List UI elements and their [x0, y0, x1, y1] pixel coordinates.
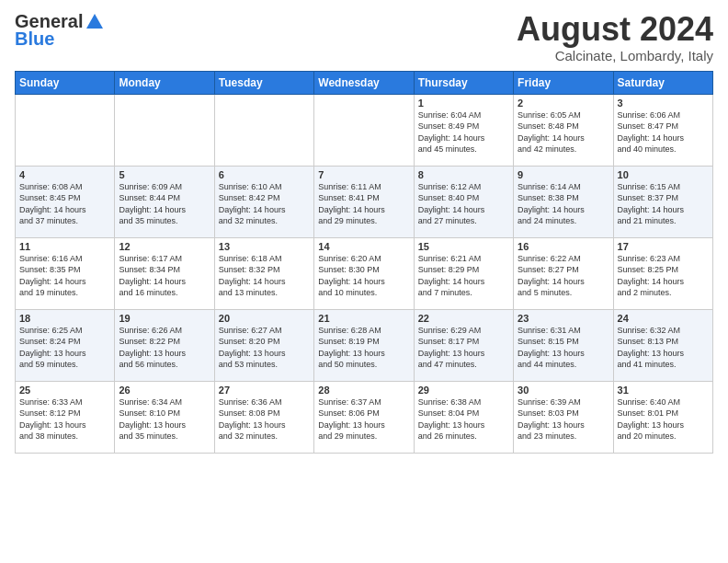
day-info: Sunrise: 6:17 AM Sunset: 8:34 PM Dayligh…	[119, 253, 210, 299]
day-number: 18	[19, 313, 110, 324]
day-info: Sunrise: 6:14 AM Sunset: 8:38 PM Dayligh…	[518, 181, 609, 227]
header-friday: Friday	[514, 71, 613, 94]
day-number: 15	[418, 241, 509, 252]
day-number: 31	[618, 385, 709, 396]
header-sunday: Sunday	[16, 71, 115, 94]
day-number: 3	[618, 98, 709, 109]
calendar-cell: 24Sunrise: 6:32 AM Sunset: 8:13 PM Dayli…	[613, 309, 712, 381]
day-number: 9	[518, 169, 609, 180]
calendar-cell: 1Sunrise: 6:04 AM Sunset: 8:49 PM Daylig…	[414, 94, 513, 166]
header-tuesday: Tuesday	[214, 71, 313, 94]
day-info: Sunrise: 6:15 AM Sunset: 8:37 PM Dayligh…	[618, 181, 709, 227]
calendar-cell: 26Sunrise: 6:34 AM Sunset: 8:10 PM Dayli…	[115, 381, 214, 453]
day-number: 6	[219, 169, 310, 180]
day-number: 14	[318, 241, 409, 252]
day-info: Sunrise: 6:39 AM Sunset: 8:03 PM Dayligh…	[518, 396, 609, 442]
day-info: Sunrise: 6:18 AM Sunset: 8:32 PM Dayligh…	[219, 253, 310, 299]
calendar-cell: 31Sunrise: 6:40 AM Sunset: 8:01 PM Dayli…	[613, 381, 712, 453]
day-number: 21	[318, 313, 409, 324]
calendar-cell: 11Sunrise: 6:16 AM Sunset: 8:35 PM Dayli…	[16, 237, 115, 309]
day-info: Sunrise: 6:36 AM Sunset: 8:08 PM Dayligh…	[219, 396, 310, 442]
calendar-cell: 9Sunrise: 6:14 AM Sunset: 8:38 PM Daylig…	[514, 166, 613, 237]
day-number: 5	[119, 169, 210, 180]
day-number: 26	[119, 385, 210, 396]
day-info: Sunrise: 6:37 AM Sunset: 8:06 PM Dayligh…	[318, 396, 409, 442]
logo-icon	[85, 12, 105, 32]
calendar-cell: 21Sunrise: 6:28 AM Sunset: 8:19 PM Dayli…	[314, 309, 414, 381]
day-number: 28	[318, 385, 409, 396]
day-number: 23	[518, 313, 609, 324]
day-number: 2	[518, 98, 609, 109]
day-number: 7	[318, 169, 409, 180]
header-thursday: Thursday	[414, 71, 513, 94]
day-number: 1	[418, 98, 509, 109]
day-info: Sunrise: 6:34 AM Sunset: 8:10 PM Dayligh…	[119, 396, 210, 442]
page: General Blue August 2024 Calcinate, Lomb…	[0, 0, 728, 563]
calendar-cell: 25Sunrise: 6:33 AM Sunset: 8:12 PM Dayli…	[16, 381, 115, 453]
calendar-cell: 20Sunrise: 6:27 AM Sunset: 8:20 PM Dayli…	[214, 309, 313, 381]
calendar-week-4: 18Sunrise: 6:25 AM Sunset: 8:24 PM Dayli…	[16, 309, 713, 381]
calendar-cell: 17Sunrise: 6:23 AM Sunset: 8:25 PM Dayli…	[613, 237, 712, 309]
calendar-cell: 29Sunrise: 6:38 AM Sunset: 8:04 PM Dayli…	[414, 381, 513, 453]
calendar-cell: 27Sunrise: 6:36 AM Sunset: 8:08 PM Dayli…	[214, 381, 313, 453]
day-number: 25	[19, 385, 110, 396]
month-year-title: August 2024	[517, 11, 713, 48]
day-info: Sunrise: 6:10 AM Sunset: 8:42 PM Dayligh…	[219, 181, 310, 227]
calendar-cell: 14Sunrise: 6:20 AM Sunset: 8:30 PM Dayli…	[314, 237, 414, 309]
day-info: Sunrise: 6:05 AM Sunset: 8:48 PM Dayligh…	[518, 109, 609, 155]
day-info: Sunrise: 6:11 AM Sunset: 8:41 PM Dayligh…	[318, 181, 409, 227]
day-info: Sunrise: 6:16 AM Sunset: 8:35 PM Dayligh…	[19, 253, 110, 299]
day-number: 20	[219, 313, 310, 324]
day-number: 22	[418, 313, 509, 324]
day-info: Sunrise: 6:38 AM Sunset: 8:04 PM Dayligh…	[418, 396, 509, 442]
day-info: Sunrise: 6:40 AM Sunset: 8:01 PM Dayligh…	[618, 396, 709, 442]
location-subtitle: Calcinate, Lombardy, Italy	[517, 48, 713, 63]
logo: General Blue	[15, 11, 105, 50]
calendar-cell: 12Sunrise: 6:17 AM Sunset: 8:34 PM Dayli…	[115, 237, 214, 309]
calendar-cell: 19Sunrise: 6:26 AM Sunset: 8:22 PM Dayli…	[115, 309, 214, 381]
day-number: 10	[618, 169, 709, 180]
calendar-cell: 10Sunrise: 6:15 AM Sunset: 8:37 PM Dayli…	[613, 166, 712, 237]
day-info: Sunrise: 6:21 AM Sunset: 8:29 PM Dayligh…	[418, 253, 509, 299]
title-section: August 2024 Calcinate, Lombardy, Italy	[517, 11, 713, 63]
header-saturday: Saturday	[613, 71, 712, 94]
day-number: 30	[518, 385, 609, 396]
logo-blue: Blue	[15, 29, 54, 50]
header-wednesday: Wednesday	[314, 71, 414, 94]
calendar-cell: 2Sunrise: 6:05 AM Sunset: 8:48 PM Daylig…	[514, 94, 613, 166]
calendar-cell: 18Sunrise: 6:25 AM Sunset: 8:24 PM Dayli…	[16, 309, 115, 381]
calendar-cell: 3Sunrise: 6:06 AM Sunset: 8:47 PM Daylig…	[613, 94, 712, 166]
calendar-table: Sunday Monday Tuesday Wednesday Thursday…	[15, 71, 713, 454]
calendar-cell: 7Sunrise: 6:11 AM Sunset: 8:41 PM Daylig…	[314, 166, 414, 237]
calendar-cell: 5Sunrise: 6:09 AM Sunset: 8:44 PM Daylig…	[115, 166, 214, 237]
day-number: 16	[518, 241, 609, 252]
calendar-cell	[16, 94, 115, 166]
day-number: 8	[418, 169, 509, 180]
day-info: Sunrise: 6:09 AM Sunset: 8:44 PM Dayligh…	[119, 181, 210, 227]
day-number: 24	[618, 313, 709, 324]
day-info: Sunrise: 6:33 AM Sunset: 8:12 PM Dayligh…	[19, 396, 110, 442]
calendar-cell: 28Sunrise: 6:37 AM Sunset: 8:06 PM Dayli…	[314, 381, 414, 453]
day-number: 27	[219, 385, 310, 396]
calendar-cell	[115, 94, 214, 166]
day-info: Sunrise: 6:08 AM Sunset: 8:45 PM Dayligh…	[19, 181, 110, 227]
day-number: 4	[19, 169, 110, 180]
day-info: Sunrise: 6:12 AM Sunset: 8:40 PM Dayligh…	[418, 181, 509, 227]
calendar-week-5: 25Sunrise: 6:33 AM Sunset: 8:12 PM Dayli…	[16, 381, 713, 453]
calendar-cell	[214, 94, 313, 166]
day-number: 13	[219, 241, 310, 252]
calendar-week-3: 11Sunrise: 6:16 AM Sunset: 8:35 PM Dayli…	[16, 237, 713, 309]
header: General Blue August 2024 Calcinate, Lomb…	[15, 11, 713, 63]
day-info: Sunrise: 6:06 AM Sunset: 8:47 PM Dayligh…	[618, 109, 709, 155]
calendar-cell: 16Sunrise: 6:22 AM Sunset: 8:27 PM Dayli…	[514, 237, 613, 309]
day-number: 17	[618, 241, 709, 252]
day-info: Sunrise: 6:28 AM Sunset: 8:19 PM Dayligh…	[318, 325, 409, 371]
day-info: Sunrise: 6:32 AM Sunset: 8:13 PM Dayligh…	[618, 325, 709, 371]
day-info: Sunrise: 6:25 AM Sunset: 8:24 PM Dayligh…	[19, 325, 110, 371]
calendar-cell: 8Sunrise: 6:12 AM Sunset: 8:40 PM Daylig…	[414, 166, 513, 237]
day-info: Sunrise: 6:04 AM Sunset: 8:49 PM Dayligh…	[418, 109, 509, 155]
calendar-cell: 4Sunrise: 6:08 AM Sunset: 8:45 PM Daylig…	[16, 166, 115, 237]
day-number: 11	[19, 241, 110, 252]
calendar-cell: 13Sunrise: 6:18 AM Sunset: 8:32 PM Dayli…	[214, 237, 313, 309]
calendar-cell: 6Sunrise: 6:10 AM Sunset: 8:42 PM Daylig…	[214, 166, 313, 237]
